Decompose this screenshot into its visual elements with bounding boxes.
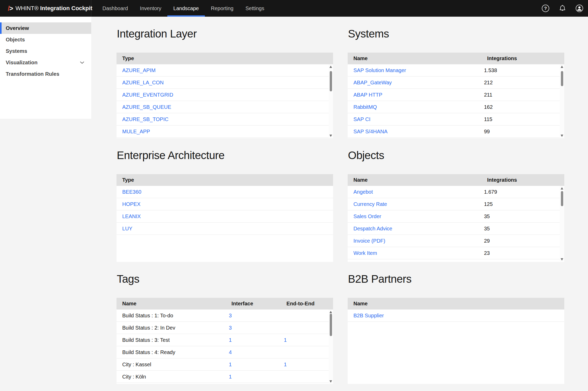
end-to-end-count-link[interactable]: 1: [281, 362, 333, 368]
help-icon[interactable]: ?: [541, 4, 550, 13]
table-row: ABAP_GateWay 212: [348, 77, 564, 89]
table-row: Work Item 23: [348, 247, 564, 259]
interface-count-link[interactable]: 3: [226, 325, 281, 331]
app-logo[interactable]: /> WHINT® Integration Cockpit: [0, 0, 91, 17]
interface-count-link[interactable]: 3: [226, 313, 281, 319]
interface-count-link[interactable]: 1: [226, 362, 281, 368]
table-row: Sales Order 35: [348, 210, 564, 223]
sidebar-item-objects[interactable]: Objects: [0, 34, 91, 45]
nav-tab-inventory[interactable]: Inventory: [134, 0, 167, 17]
scroll-up-arrow[interactable]: [329, 311, 332, 313]
table-row: Angebot 1.679: [348, 186, 564, 198]
object-name-link[interactable]: Currency Rate: [348, 201, 483, 207]
sidebar-item-visualization[interactable]: Visualization: [0, 57, 91, 68]
partner-name-link[interactable]: B2B Supplier: [348, 313, 564, 319]
type-link[interactable]: AZURE_EVENTGRID: [117, 92, 333, 98]
column-header-integrations: Integrations: [483, 177, 564, 183]
table-body: AZURE_APIM AZURE_LA_CON AZURE_EVENTGRID …: [117, 64, 333, 138]
scroll-up-arrow[interactable]: [561, 66, 563, 68]
nav-tab-dashboard[interactable]: Dashboard: [96, 0, 134, 17]
type-link[interactable]: MULE_APP: [117, 129, 333, 135]
interface-count-link[interactable]: 1: [226, 374, 281, 380]
object-name-link[interactable]: Angebot: [348, 189, 483, 195]
system-name-link[interactable]: SAP S/4HANA: [348, 129, 483, 135]
table-row: SAP Solution Manager 1.538: [348, 64, 564, 77]
object-name-link[interactable]: Sales Order: [348, 213, 483, 219]
table-row: HOPEX: [117, 198, 333, 210]
tag-name: Build Status : 4: Ready: [117, 349, 226, 355]
system-name-link[interactable]: RabbitMQ: [348, 104, 483, 110]
system-name-link[interactable]: ABAP_GateWay: [348, 80, 483, 86]
type-link[interactable]: LEANIX: [117, 213, 333, 219]
column-header-integrations: Integrations: [483, 55, 564, 61]
object-name-link[interactable]: Work Item: [348, 250, 483, 256]
section-enterprise-architecture: Enterprise Architecture Type BEE360 HOPE…: [117, 138, 333, 262]
table-body: Angebot 1.679 Currency Rate 125 Sales Or…: [348, 186, 564, 262]
interface-count-link[interactable]: 4: [226, 349, 281, 355]
column-header-end-to-end: End-to-End: [281, 301, 333, 307]
type-link[interactable]: AZURE_SB_TOPIC: [117, 116, 333, 122]
type-link[interactable]: AZURE_LA_CON: [117, 80, 333, 86]
scroll-down-arrow[interactable]: [561, 258, 563, 261]
scrollbar-thumb[interactable]: [330, 71, 332, 91]
end-to-end-count-link[interactable]: 1: [281, 337, 333, 343]
scrollbar: [560, 186, 564, 262]
system-name-link[interactable]: ABAP HTTP: [348, 92, 483, 98]
scroll-up-arrow[interactable]: [561, 187, 563, 190]
sidebar-item-label: Systems: [6, 48, 27, 54]
type-link[interactable]: AZURE_SB_QUEUE: [117, 104, 333, 110]
table-row: Invoice (PDF) 29: [348, 235, 564, 247]
sidebar-item-label: Visualization: [6, 60, 38, 66]
sidebar-item-systems[interactable]: Systems: [0, 45, 91, 57]
enterprise-architecture-card: Type BEE360 HOPEX LEANIX: [117, 174, 333, 262]
main-nav: Dashboard Inventory Landscape Reporting …: [96, 0, 270, 17]
table-row: RabbitMQ 162: [348, 101, 564, 113]
type-link[interactable]: BEE360: [117, 189, 333, 195]
scroll-down-arrow[interactable]: [329, 380, 332, 383]
integration-layer-card: Type AZURE_APIM AZURE_LA_CON AZURE_EVENT…: [117, 53, 333, 138]
table-row: Currency Rate 125: [348, 198, 564, 210]
notifications-bell-icon[interactable]: [558, 4, 567, 13]
integrations-count: 115: [483, 116, 564, 122]
section-integration-layer: Integration Layer Type AZURE_APIM AZURE_…: [117, 17, 333, 138]
nav-tab-landscape[interactable]: Landscape: [167, 0, 205, 17]
sidebar-item-overview[interactable]: Overview: [0, 22, 91, 34]
scrollbar-thumb[interactable]: [561, 71, 563, 86]
scrollbar: [329, 64, 333, 138]
sidebar-item-transformation-rules[interactable]: Transformation Rules: [0, 68, 91, 80]
scrollbar-thumb[interactable]: [561, 191, 563, 206]
object-name-link[interactable]: Invoice (PDF): [348, 238, 483, 244]
scrollbar-thumb[interactable]: [330, 314, 332, 336]
table-header: Type: [117, 174, 333, 186]
scrollbar: [560, 64, 564, 138]
table-row: Build Status : 2: In Dev 3: [117, 322, 333, 334]
integrations-count: 29: [483, 238, 564, 244]
interface-count-link[interactable]: 1: [226, 337, 281, 343]
nav-tab-settings[interactable]: Settings: [240, 0, 270, 17]
column-header-name: Name: [348, 55, 483, 61]
b2b-partners-card: Name B2B Supplier: [348, 298, 564, 384]
nav-tab-reporting[interactable]: Reporting: [205, 0, 240, 17]
scroll-down-arrow[interactable]: [329, 135, 332, 137]
type-link[interactable]: AZURE_APIM: [117, 67, 333, 73]
system-name-link[interactable]: SAP CI: [348, 116, 483, 122]
section-b2b-partners: B2B Partners Name B2B Supplier: [348, 262, 564, 384]
tag-name: Build Status : 2: In Dev: [117, 325, 226, 331]
user-avatar-icon[interactable]: [575, 4, 584, 13]
table-row: BEE360: [117, 186, 333, 198]
object-name-link[interactable]: Despatch Advice: [348, 226, 483, 232]
column-header-name: Name: [348, 301, 564, 307]
column-header-name: Name: [117, 301, 226, 307]
table-header: Name Integrations: [348, 174, 564, 186]
topbar: /> WHINT® Integration Cockpit Dashboard …: [0, 0, 588, 17]
scroll-down-arrow[interactable]: [561, 135, 563, 137]
table-header: Name: [348, 298, 564, 310]
type-link[interactable]: HOPEX: [117, 201, 333, 207]
integrations-count: 1.538: [483, 67, 564, 73]
scroll-up-arrow[interactable]: [329, 66, 332, 68]
table-body: BEE360 HOPEX LEANIX LUY: [117, 186, 333, 262]
table-body: B2B Supplier: [348, 310, 564, 384]
objects-card: Name Integrations Angebot 1.679 Currency…: [348, 174, 564, 262]
type-link[interactable]: LUY: [117, 226, 333, 232]
system-name-link[interactable]: SAP Solution Manager: [348, 67, 483, 73]
